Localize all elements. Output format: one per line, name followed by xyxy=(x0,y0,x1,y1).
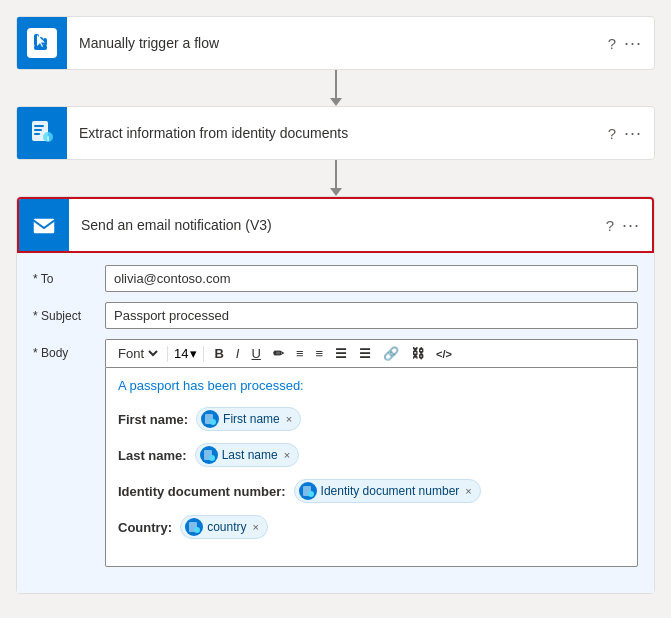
docnumber-token-text: Identity document number xyxy=(321,484,460,498)
docnumber-label: Identity document number: xyxy=(118,484,286,499)
code-btn[interactable]: </> xyxy=(432,346,456,362)
docnumber-token[interactable]: Identity document number × xyxy=(294,479,481,503)
bold-btn[interactable]: B xyxy=(210,344,227,363)
email-card-header[interactable]: Send an email notification (V3) ? ··· xyxy=(17,197,654,253)
body-editor[interactable]: A passport has been processed: First nam… xyxy=(105,367,638,567)
country-label: Country: xyxy=(118,520,172,535)
country-token-text: country xyxy=(207,520,246,534)
svg-point-19 xyxy=(194,527,200,533)
svg-rect-10 xyxy=(33,218,55,234)
body-row: * Body Font 14 ▾ B I xyxy=(33,339,638,567)
unlink-btn[interactable]: ⛓ xyxy=(407,344,428,363)
body-intro-text: A passport has been processed: xyxy=(118,378,625,393)
body-field-docnumber: Identity document number: Identity docum… xyxy=(118,479,625,503)
italic-btn[interactable]: I xyxy=(232,344,244,363)
arrow-line-1 xyxy=(335,70,337,98)
body-field-country: Country: country × xyxy=(118,515,625,539)
svg-point-13 xyxy=(210,419,216,425)
send-email-help-btn[interactable]: ? xyxy=(606,217,614,234)
extract-identity-actions: ? ··· xyxy=(608,123,654,144)
country-token-icon xyxy=(185,518,203,536)
font-size-group: 14 ▾ xyxy=(174,346,197,361)
extract-icon: i xyxy=(26,117,58,149)
font-size-arrow[interactable]: ▾ xyxy=(190,346,197,361)
underline-btn[interactable]: U xyxy=(247,344,264,363)
font-select[interactable]: Font xyxy=(114,345,161,362)
to-label: * To xyxy=(33,265,105,286)
ul-btn[interactable]: ≡ xyxy=(292,344,308,363)
lastname-token-close[interactable]: × xyxy=(284,449,290,461)
extract-identity-help-btn[interactable]: ? xyxy=(608,125,616,142)
align-left-btn[interactable]: ☰ xyxy=(331,344,351,363)
svg-rect-6 xyxy=(34,129,42,131)
country-token-close[interactable]: × xyxy=(253,521,259,533)
svg-point-15 xyxy=(209,455,215,461)
link-btn[interactable]: 🔗 xyxy=(379,344,403,363)
subject-row: * Subject xyxy=(33,302,638,329)
arrow-2 xyxy=(330,160,342,196)
firstname-token-icon xyxy=(201,410,219,428)
to-row: * To xyxy=(33,265,638,292)
svg-point-17 xyxy=(308,491,314,497)
manually-trigger-icon-box xyxy=(17,17,67,69)
manually-trigger-help-btn[interactable]: ? xyxy=(608,35,616,52)
svg-rect-5 xyxy=(34,125,44,127)
lastname-token-icon xyxy=(200,446,218,464)
docnumber-token-icon xyxy=(299,482,317,500)
highlight-btn[interactable]: ✏ xyxy=(269,344,288,363)
extract-identity-icon-box: i xyxy=(17,107,67,159)
body-toolbar: Font 14 ▾ B I U ✏ ≡ ≡ ☰ xyxy=(105,339,638,367)
firstname-token[interactable]: First name × xyxy=(196,407,301,431)
docnumber-token-close[interactable]: × xyxy=(465,485,471,497)
body-label: * Body xyxy=(33,339,105,360)
manually-trigger-actions: ? ··· xyxy=(608,33,654,54)
send-email-title: Send an email notification (V3) xyxy=(69,217,606,233)
step-extract-identity[interactable]: i Extract information from identity docu… xyxy=(16,106,655,160)
body-field-firstname: First name: First name × xyxy=(118,407,625,431)
firstname-token-close[interactable]: × xyxy=(286,413,292,425)
subject-label: * Subject xyxy=(33,302,105,323)
firstname-token-text: First name xyxy=(223,412,280,426)
svg-rect-3 xyxy=(34,45,47,50)
svg-rect-7 xyxy=(34,133,40,135)
arrow-head-2 xyxy=(330,188,342,196)
toolbar-sep-1 xyxy=(167,346,168,362)
align-right-btn[interactable]: ☰ xyxy=(355,344,375,363)
step-manually-trigger[interactable]: Manually trigger a flow ? ··· xyxy=(16,16,655,70)
lastname-label: Last name: xyxy=(118,448,187,463)
arrow-line-2 xyxy=(335,160,337,188)
extract-identity-more-btn[interactable]: ··· xyxy=(624,123,642,144)
body-field-lastname: Last name: Last name × xyxy=(118,443,625,467)
svg-text:i: i xyxy=(47,134,49,143)
toolbar-sep-2 xyxy=(203,346,204,362)
manually-trigger-more-btn[interactable]: ··· xyxy=(624,33,642,54)
send-email-actions: ? ··· xyxy=(606,215,652,236)
send-email-more-btn[interactable]: ··· xyxy=(622,215,640,236)
arrow-head-1 xyxy=(330,98,342,106)
extract-identity-title: Extract information from identity docume… xyxy=(67,125,608,141)
subject-input[interactable] xyxy=(105,302,638,329)
lastname-token-text: Last name xyxy=(222,448,278,462)
country-token[interactable]: country × xyxy=(180,515,268,539)
hand-icon xyxy=(27,28,57,58)
ol-btn[interactable]: ≡ xyxy=(311,344,327,363)
lastname-token[interactable]: Last name × xyxy=(195,443,299,467)
email-form-body: * To * Subject * Body Font xyxy=(17,253,654,593)
manually-trigger-title: Manually trigger a flow xyxy=(67,35,608,51)
font-size-value: 14 xyxy=(174,346,188,361)
firstname-label: First name: xyxy=(118,412,188,427)
to-input[interactable] xyxy=(105,265,638,292)
arrow-1 xyxy=(330,70,342,106)
flow-container: Manually trigger a flow ? ··· i xyxy=(16,16,655,594)
body-editor-container: Font 14 ▾ B I U ✏ ≡ ≡ ☰ xyxy=(105,339,638,567)
email-icon-box xyxy=(19,199,69,251)
step-send-email: Send an email notification (V3) ? ··· * … xyxy=(16,196,655,594)
